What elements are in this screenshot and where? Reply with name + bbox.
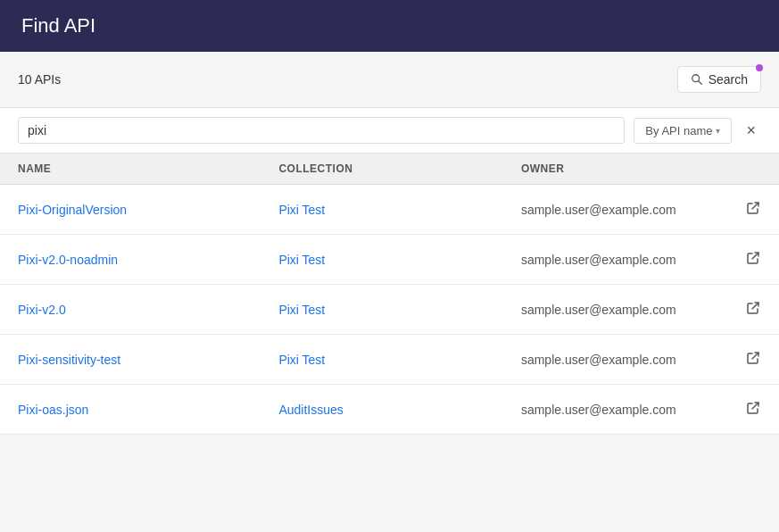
api-name-cell: Pixi-sensitivity-test [0,335,261,385]
external-link-icon[interactable] [746,201,760,215]
table-row: Pixi-oas.json AuditIssues sample.user@ex… [0,385,779,435]
owner-text: sample.user@example.com [521,303,676,317]
collection-link[interactable]: AuditIssues [278,403,343,417]
filter-dropdown[interactable]: By API name ▾ [634,118,732,144]
chevron-down-icon: ▾ [716,126,720,136]
owner-text: sample.user@example.com [521,253,676,267]
api-name-link[interactable]: Pixi-v2.0 [18,303,66,317]
collection-link[interactable]: Pixi Test [278,253,325,267]
table-header: NAME COLLECTION OWNER [0,154,779,185]
table-row: Pixi-v2.0 Pixi Test sample.user@example.… [0,285,779,335]
collection-cell: Pixi Test [261,335,503,385]
external-link-icon[interactable] [746,301,760,315]
column-name: NAME [0,154,261,185]
page-title: Find API [21,14,758,37]
api-name-cell: Pixi-v2.0 [0,285,261,335]
action-cell [727,235,780,285]
owner-text: sample.user@example.com [521,403,676,417]
action-cell [727,335,780,385]
collection-link[interactable]: Pixi Test [278,303,325,317]
svg-line-5 [752,353,758,359]
column-owner: OWNER [503,154,727,185]
collection-cell: Pixi Test [261,235,503,285]
external-link-icon[interactable] [746,401,760,415]
column-collection: COLLECTION [261,154,503,185]
owner-cell: sample.user@example.com [503,385,727,435]
main-content: 10 APIs Search By API name ▾ × NAME COLL… [0,52,779,435]
clear-button[interactable]: × [741,121,761,140]
api-name-cell: Pixi-v2.0-noadmin [0,235,261,285]
svg-line-4 [752,303,758,309]
api-name-cell: Pixi-OriginalVersion [0,185,261,235]
owner-cell: sample.user@example.com [503,285,727,335]
filter-label: By API name [645,124,712,137]
column-action [727,154,780,185]
external-link-icon[interactable] [746,351,760,365]
table-row: Pixi-sensitivity-test Pixi Test sample.u… [0,335,779,385]
table-body: Pixi-OriginalVersion Pixi Test sample.us… [0,185,779,435]
owner-cell: sample.user@example.com [503,335,727,385]
external-link-icon[interactable] [746,251,760,265]
svg-line-6 [752,403,758,409]
owner-cell: sample.user@example.com [503,235,727,285]
owner-cell: sample.user@example.com [503,185,727,235]
collection-cell: Pixi Test [261,185,503,235]
api-name-link[interactable]: Pixi-oas.json [18,403,88,417]
action-cell [727,385,780,435]
api-name-link[interactable]: Pixi-sensitivity-test [18,353,120,367]
owner-text: sample.user@example.com [521,203,676,217]
svg-line-2 [752,203,758,209]
search-button-label: Search [709,72,748,87]
table-row: Pixi-v2.0-noadmin Pixi Test sample.user@… [0,235,779,285]
collection-link[interactable]: Pixi Test [278,203,325,217]
table-row: Pixi-OriginalVersion Pixi Test sample.us… [0,185,779,235]
api-name-link[interactable]: Pixi-OriginalVersion [18,203,127,217]
api-name-cell: Pixi-oas.json [0,385,261,435]
action-cell [727,285,780,335]
search-button[interactable]: Search [677,66,761,93]
api-count: 10 APIs [18,72,61,87]
search-bar: By API name ▾ × [0,108,779,154]
owner-text: sample.user@example.com [521,353,676,367]
search-icon [691,73,703,86]
svg-line-1 [698,81,701,85]
collection-link[interactable]: Pixi Test [278,353,325,367]
api-table: NAME COLLECTION OWNER Pixi-OriginalVersi… [0,154,779,435]
page-header: Find API [0,0,779,52]
api-name-link[interactable]: Pixi-v2.0-noadmin [18,253,118,267]
collection-cell: AuditIssues [261,385,503,435]
collection-cell: Pixi Test [261,285,503,335]
notification-dot [756,64,763,71]
search-input[interactable] [18,117,625,144]
svg-line-3 [752,253,758,259]
action-cell [727,185,780,235]
toolbar: 10 APIs Search [0,52,779,108]
